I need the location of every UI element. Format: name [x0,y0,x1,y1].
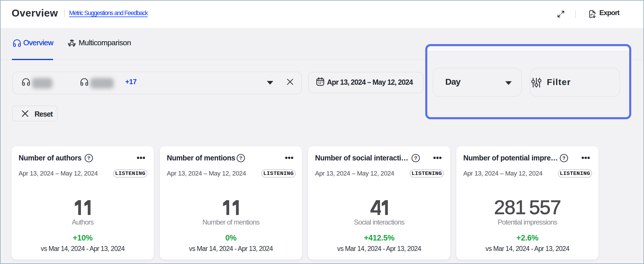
svg-text:?: ? [562,155,565,161]
svg-text:?: ? [239,155,242,161]
svg-text:?: ? [414,155,417,161]
svg-text:?: ? [87,155,90,161]
